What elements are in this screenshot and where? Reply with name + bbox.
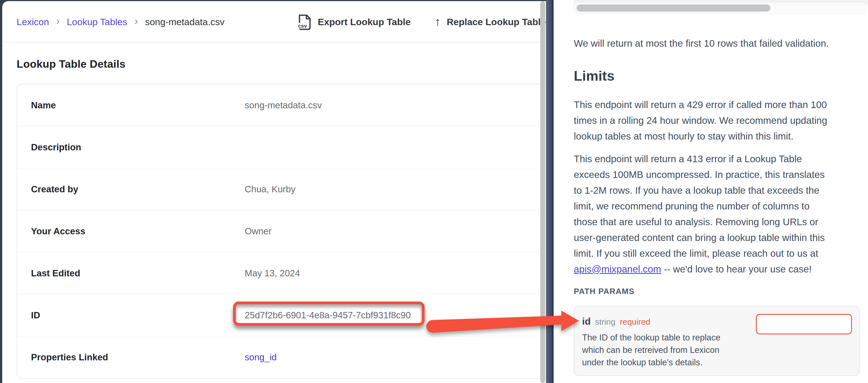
row-label: Your Access (31, 210, 85, 252)
table-row-description: Description (17, 126, 546, 168)
param-required-badge: required (620, 317, 650, 327)
limits-heading: Limits (574, 68, 615, 84)
row-label: Description (31, 126, 82, 168)
table-row-last-edited: Last Edited May 13, 2024 (17, 252, 546, 294)
table-row-properties-linked: Properties Linked song_id (17, 336, 546, 378)
id-param-card: id string required The ID of the lookup … (574, 306, 860, 376)
breadcrumb-lexicon[interactable]: Lexicon (17, 16, 49, 27)
size-limit-text-tail: -- we'd love to hear your use case! (661, 264, 812, 274)
window-divider (547, 0, 554, 383)
replace-lookup-table-button[interactable]: ↑ Replace Lookup Table (435, 1, 546, 42)
lexicon-header: Lexicon › Lookup Tables › song-metadata.… (2, 1, 546, 42)
row-value: May 13, 2024 (245, 252, 300, 294)
table-row-id: ID 25d7f2b6-6901-4e8a-9457-7cbf931f8c90 (17, 294, 546, 336)
row-value: Owner (245, 210, 272, 252)
rate-limit-paragraph: This endpoint will return a 429 error if… (574, 97, 827, 144)
param-description: The ID of the lookup table to replace wh… (582, 331, 859, 369)
lookup-table-details-card: Name song-metadata.csv Description Creat… (17, 84, 546, 379)
csv-file-icon: csv (297, 13, 312, 30)
row-label: Last Edited (31, 252, 80, 294)
row-label: Properties Linked (31, 336, 108, 378)
row-label: ID (31, 294, 40, 336)
path-params-label: PATH PARAMS (574, 287, 634, 296)
table-row-your-access: Your Access Owner (17, 210, 546, 252)
breadcrumb-current-file: song-metadata.csv (145, 16, 224, 27)
horizontal-scrollbar-track[interactable] (574, 2, 866, 14)
row-label: Created by (31, 168, 78, 210)
svg-text:csv: csv (298, 23, 307, 29)
table-row-name: Name song-metadata.csv (17, 84, 546, 126)
chevron-right-icon: › (56, 15, 60, 28)
size-limit-paragraph: This endpoint will return a 413 error if… (574, 151, 825, 277)
id-param-input[interactable] (756, 314, 852, 334)
row-value: Chua, Kurby (245, 168, 295, 210)
table-row-created-by: Created by Chua, Kurby (17, 168, 546, 210)
page-title: Lookup Table Details (17, 58, 125, 70)
lookup-table-id-value: 25d7f2b6-6901-4e8a-9457-7cbf931f8c90 (245, 294, 411, 336)
breadcrumb-lookup-tables[interactable]: Lookup Tables (67, 16, 127, 27)
param-name: id (582, 316, 591, 327)
row-value: song-metadata.csv (245, 84, 322, 126)
breadcrumb: Lexicon › Lookup Tables › song-metadata.… (17, 1, 224, 42)
export-lookup-table-button[interactable]: csv Export Lookup Table (297, 1, 411, 42)
validation-note-paragraph: We will return at most the first 10 rows… (574, 35, 829, 51)
param-type: string (595, 317, 615, 327)
mixpanel-email-link[interactable]: apis@mixpanel.com (574, 264, 661, 274)
api-docs-window: We will return at most the first 10 rows… (554, 0, 868, 383)
upload-arrow-icon: ↑ (435, 16, 441, 28)
vertical-scrollbar[interactable] (540, 1, 545, 383)
song-id-property-link[interactable]: song_id (245, 336, 277, 378)
chevron-right-icon: › (134, 15, 138, 28)
lexicon-window: Lexicon › Lookup Tables › song-metadata.… (2, 1, 546, 383)
export-button-label: Export Lookup Table (318, 16, 411, 27)
horizontal-scrollbar-thumb[interactable] (577, 4, 770, 11)
size-limit-text: This endpoint will return a 413 error if… (574, 153, 825, 259)
replace-button-label: Replace Lookup Table (447, 16, 546, 27)
row-label: Name (31, 84, 56, 126)
